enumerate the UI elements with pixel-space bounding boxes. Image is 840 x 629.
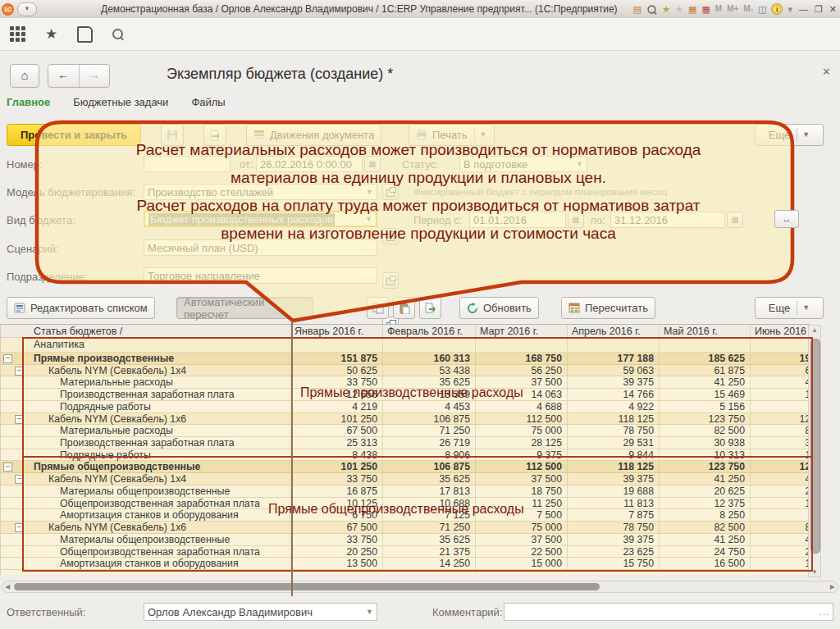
close-form-icon[interactable]: ✕ (822, 66, 831, 78)
table-row[interactable]: –Кабель NYM (Севкабель) 1х450 62553 4385… (1, 365, 810, 377)
print-preview-icon[interactable] (648, 5, 656, 13)
tree-collapse-icon[interactable]: – (15, 415, 24, 424)
minimize-button[interactable]: — (799, 4, 808, 14)
table-row[interactable]: Производственная заработная плата12 6561… (1, 389, 810, 401)
memory-m-plus-button[interactable]: M+ (727, 3, 738, 15)
budget-value-cell[interactable]: 129 375 (750, 461, 810, 473)
tree-collapse-icon[interactable]: – (3, 354, 12, 363)
budget-value-cell[interactable]: 39 375 (567, 376, 659, 389)
budget-value-cell[interactable]: 43 125 (750, 376, 810, 389)
budget-value-cell[interactable]: 8 250 (659, 509, 750, 522)
budget-value-cell[interactable]: 12 656 (290, 389, 382, 401)
chevron-down-icon[interactable]: ▼ (365, 215, 372, 223)
budget-value-cell[interactable]: 17 813 (382, 485, 475, 498)
tree-collapse-icon[interactable]: – (15, 475, 24, 484)
kind-open-button[interactable] (382, 228, 399, 244)
budget-value-cell[interactable]: 112 500 (475, 413, 567, 426)
budget-value-cell[interactable]: 8 438 (290, 449, 382, 462)
table-row[interactable]: Амортизация станков и оборудования6 7507… (1, 509, 810, 522)
table-row[interactable]: Производственная заработная плата25 3132… (1, 437, 810, 449)
more-button-top[interactable]: Еще ▼ (755, 124, 824, 146)
calendar-icon[interactable]: ▦ (701, 3, 710, 15)
column-header-month[interactable]: Февраль 2016 г. (382, 325, 475, 337)
chevron-down-icon[interactable]: ▼ (366, 188, 373, 196)
scenario-open-button[interactable] (382, 272, 399, 289)
budget-value-cell[interactable]: 7 125 (382, 509, 475, 522)
info-dropdown-icon[interactable]: ▾ (788, 3, 792, 15)
table-row[interactable]: –Прямые производственные151 875160 31316… (1, 353, 810, 365)
budget-value-cell[interactable]: 118 125 (567, 413, 659, 426)
budget-value-cell[interactable]: 10 125 (290, 498, 382, 510)
budget-value-cell[interactable]: 33 750 (290, 376, 382, 389)
maximize-button[interactable]: ❐ (815, 4, 823, 15)
budget-value-cell[interactable]: 71 250 (382, 522, 475, 534)
budget-value-cell[interactable]: 67 500 (290, 522, 382, 534)
period-to-calendar-button[interactable]: ▦ (727, 212, 743, 228)
budget-value-cell[interactable]: 14 063 (475, 389, 567, 401)
budget-value-cell[interactable]: 20 625 (659, 485, 750, 498)
budget-value-cell[interactable]: 194 063 (750, 353, 810, 365)
budget-value-cell[interactable]: 28 125 (475, 437, 567, 449)
post-document-button[interactable] (203, 124, 226, 146)
column-header-month[interactable]: Январь 2016 г. (290, 325, 382, 337)
model-open-button[interactable] (382, 184, 399, 200)
budget-value-cell[interactable]: 8 906 (382, 449, 475, 462)
table-row[interactable]: Амортизация станков и оборудования13 500… (1, 558, 810, 570)
table-row[interactable]: –Кабель NYM (Севкабель) 1х6101 250106 87… (1, 413, 810, 426)
budget-value-cell[interactable]: 185 625 (659, 353, 750, 365)
budget-value-cell[interactable]: 37 500 (475, 473, 567, 485)
budget-value-cell[interactable]: 9 844 (567, 449, 659, 462)
budget-value-cell[interactable]: 33 750 (290, 473, 382, 485)
budget-value-cell[interactable]: 16 875 (290, 485, 382, 498)
budget-value-cell[interactable]: 151 875 (290, 353, 382, 365)
table-row[interactable]: Материалы общепроизводственные33 75035 6… (1, 534, 810, 546)
favorites-icon[interactable]: ★ (675, 3, 683, 15)
budget-value-cell[interactable]: 15 750 (567, 558, 659, 570)
budget-value-cell[interactable]: 33 750 (290, 534, 382, 546)
budget-value-cell[interactable]: 82 500 (659, 425, 750, 437)
budget-value-cell[interactable]: 61 875 (659, 365, 750, 377)
more-dropdown-icon[interactable]: ▼ (797, 128, 810, 142)
budget-value-cell[interactable]: 35 625 (382, 534, 475, 546)
budget-value-cell[interactable]: 16 500 (659, 558, 750, 570)
vertical-scrollbar[interactable]: ▲ ▼ (808, 325, 821, 577)
kind-select[interactable]: Бюджет производственных расходов▼ (144, 211, 377, 227)
budget-value-cell[interactable]: 50 625 (290, 365, 382, 377)
budget-value-cell[interactable]: 101 250 (290, 461, 382, 473)
budget-value-cell[interactable]: 29 531 (567, 437, 659, 449)
budget-value-cell[interactable]: 118 125 (567, 461, 659, 473)
auto-recalc-toggle-button[interactable]: Автоматический пересчет (176, 297, 313, 319)
budget-value-cell[interactable]: 25 313 (290, 437, 382, 449)
status-select[interactable]: В подготовке▼ (459, 156, 587, 172)
budget-value-cell[interactable]: 37 500 (475, 376, 567, 389)
chevron-down-icon[interactable]: ▼ (366, 608, 373, 616)
budget-value-cell[interactable]: 43 125 (750, 534, 810, 546)
budget-value-cell[interactable]: 5 156 (659, 401, 750, 413)
budget-value-cell[interactable]: 21 375 (382, 546, 475, 558)
budget-value-cell[interactable]: 7 875 (567, 509, 659, 522)
budget-value-cell[interactable]: 25 875 (750, 546, 810, 558)
horizontal-scrollbar[interactable]: ◀ ▶ (2, 581, 838, 593)
show-table-icon[interactable]: ▦ (688, 3, 696, 15)
budget-value-cell[interactable]: 160 313 (382, 353, 475, 365)
print-button[interactable]: Печать ▼ (409, 124, 495, 146)
budget-value-cell[interactable]: 101 250 (290, 413, 382, 426)
save-button[interactable] (161, 124, 184, 146)
print-icon[interactable]: ▤ (633, 3, 641, 15)
tree-collapse-icon[interactable]: – (15, 367, 24, 376)
budget-value-cell[interactable]: 5 391 (750, 401, 810, 413)
budget-value-cell[interactable]: 123 750 (659, 461, 750, 473)
budget-value-cell[interactable]: 11 813 (567, 498, 659, 510)
budget-value-cell[interactable]: 4 922 (567, 401, 659, 413)
choose-icon[interactable]: ... (363, 271, 373, 280)
budget-value-cell[interactable]: 15 000 (475, 558, 567, 570)
budget-value-cell[interactable]: 75 000 (475, 522, 567, 534)
all-functions-menu-icon[interactable] (10, 26, 25, 42)
forward-button[interactable]: → (80, 65, 110, 87)
budget-value-cell[interactable]: 21 563 (750, 485, 810, 498)
budget-value-cell[interactable]: 106 875 (382, 461, 475, 473)
budget-value-cell[interactable]: 8 625 (750, 509, 810, 522)
scroll-right-icon[interactable]: ▶ (830, 583, 835, 590)
budget-value-cell[interactable]: 18 750 (475, 485, 567, 498)
budget-value-cell[interactable]: 13 500 (290, 558, 382, 570)
